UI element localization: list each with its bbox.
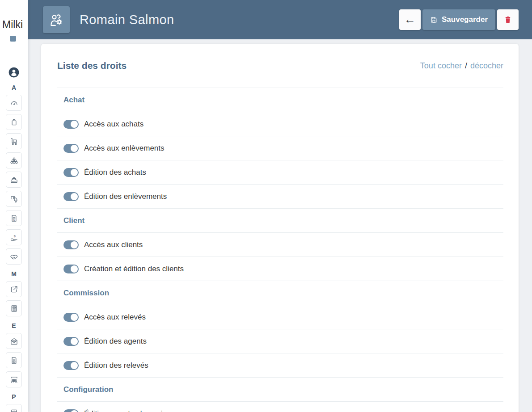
users-settings-icon (48, 12, 64, 28)
document-icon (9, 356, 19, 365)
cash-register-icon (9, 175, 19, 185)
section-title: Commission (57, 281, 503, 305)
sidebar-item-forklift[interactable] (6, 191, 22, 207)
right-row: Édition des relevés (57, 353, 503, 377)
hand-truck-icon (9, 137, 19, 146)
sidebar-group-letter: M (0, 270, 28, 277)
sidebar-nav: A$$MEP (0, 84, 28, 412)
toggle-knob (71, 193, 78, 200)
toggle-knob (71, 410, 78, 412)
toggle-knob (71, 362, 78, 369)
user-avatar-icon[interactable] (8, 67, 20, 78)
sidebar-item-shopping-bag[interactable] (6, 114, 22, 130)
brand-dot (10, 36, 16, 42)
toggle-knob (71, 338, 78, 345)
sidebar-group-letter: E (0, 322, 28, 329)
package-icon (9, 408, 19, 412)
team-icon (9, 375, 19, 384)
links-separator: / (465, 61, 467, 71)
app-logo[interactable]: Milki (2, 19, 28, 30)
forklift-icon (9, 194, 19, 204)
sidebar-item-grapes[interactable] (6, 152, 22, 168)
back-button[interactable]: ← (399, 9, 421, 30)
page-title: Romain Salmon (80, 13, 174, 27)
sidebar-item-gauge[interactable] (6, 95, 22, 111)
section-title: Configuration (57, 378, 503, 401)
right-toggle[interactable] (63, 192, 79, 201)
right-row: Édition comptes bancaires (57, 402, 503, 412)
rights-panel: Liste des droits Tout cocher / décocher … (41, 44, 519, 412)
svg-text:$: $ (13, 234, 16, 238)
section-title: Client (57, 209, 503, 232)
sidebar-item-team[interactable] (6, 371, 22, 387)
header-actions: ← Sauvegarder (399, 9, 519, 30)
envelope-open-icon (9, 336, 19, 346)
right-label: Édition des achats (84, 168, 146, 177)
sidebar-item-calculator-document[interactable] (6, 300, 22, 316)
right-row: Édition des enlèvements (57, 185, 503, 208)
delete-button[interactable] (497, 9, 519, 30)
check-all-link[interactable]: Tout cocher (420, 61, 462, 71)
save-button[interactable]: Sauvegarder (422, 9, 495, 30)
invoice-dollar-icon: $ (9, 214, 19, 223)
uncheck-all-link[interactable]: décocher (470, 61, 503, 71)
right-row: Création et édition des clients (57, 257, 503, 281)
right-row: Édition des agents (57, 329, 503, 353)
right-toggle[interactable] (63, 361, 79, 370)
sidebar: Milki A$$MEP (0, 0, 28, 412)
panel-title: Liste des droits (57, 60, 127, 71)
right-label: Accès aux clients (84, 240, 143, 249)
rights-sections: AchatAccès aux achatsAccès aux enlèvemen… (57, 88, 503, 412)
sidebar-item-invoice-dollar[interactable]: $ (6, 210, 22, 226)
right-row: Édition des achats (57, 160, 503, 184)
back-arrow-icon: ← (404, 13, 416, 25)
section-title: Achat (57, 88, 503, 112)
right-toggle[interactable] (63, 337, 79, 346)
gauge-icon (9, 98, 19, 108)
grapes-icon (9, 156, 19, 165)
right-row: Accès aux achats (57, 112, 503, 136)
sidebar-item-package[interactable] (6, 404, 22, 412)
right-row: Accès aux relevés (57, 305, 503, 329)
right-label: Accès aux enlèvements (84, 144, 165, 153)
sidebar-group-letter: A (0, 84, 28, 91)
right-toggle[interactable] (63, 409, 79, 412)
right-label: Édition des agents (84, 337, 147, 346)
toggle-knob (71, 169, 78, 176)
sidebar-item-cash-register[interactable] (6, 172, 22, 188)
floppy-disk-icon (430, 16, 438, 24)
calculator-document-icon (9, 304, 19, 313)
right-toggle[interactable] (63, 313, 79, 322)
svg-text:$: $ (13, 218, 15, 221)
right-label: Édition comptes bancaires (84, 409, 173, 412)
toggle-knob (71, 145, 78, 152)
toggle-knob (71, 241, 78, 248)
right-toggle[interactable] (63, 265, 79, 273)
toggle-knob (71, 314, 78, 321)
right-toggle[interactable] (63, 168, 79, 177)
sidebar-group-letter: P (0, 393, 28, 400)
right-label: Édition des relevés (84, 361, 148, 370)
page-header: Romain Salmon ← Sauvegarder (28, 0, 532, 39)
bulk-actions: Tout cocher / décocher (420, 61, 503, 71)
sidebar-item-envelope-open[interactable] (6, 333, 22, 349)
right-row: Accès aux enlèvements (57, 136, 503, 160)
right-toggle[interactable] (63, 144, 79, 153)
toggle-knob (71, 121, 78, 128)
sidebar-item-hand-truck[interactable] (6, 133, 22, 149)
users-settings-tile (43, 6, 70, 33)
handshake-icon (9, 252, 19, 261)
right-toggle[interactable] (63, 120, 79, 129)
save-button-label: Sauvegarder (442, 15, 488, 24)
sidebar-item-hand-dollar[interactable]: $ (6, 229, 22, 245)
sidebar-item-external-link[interactable] (6, 281, 22, 297)
right-label: Création et édition des clients (84, 265, 184, 273)
right-row: Accès aux clients (57, 233, 503, 256)
sidebar-item-handshake[interactable] (6, 248, 22, 265)
trash-icon (503, 15, 512, 25)
shopping-bag-icon (9, 118, 19, 127)
right-label: Accès aux achats (84, 120, 144, 129)
external-link-icon (9, 285, 19, 294)
sidebar-item-document[interactable] (6, 352, 22, 368)
right-toggle[interactable] (63, 240, 79, 249)
